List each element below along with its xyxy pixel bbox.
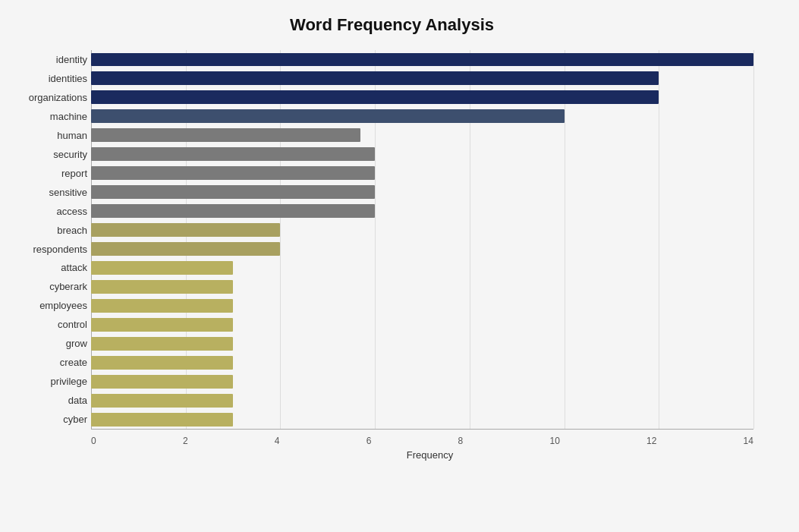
bar-row: control	[91, 315, 753, 334]
x-axis: 02468101214	[91, 430, 753, 446]
bar	[91, 53, 753, 67]
bar-label: organizations	[11, 92, 87, 103]
bar-label: identities	[11, 73, 87, 84]
bar-row: security	[91, 145, 753, 164]
bar-label: control	[11, 319, 87, 330]
chart-area: identityidentitiesorganizationsmachinehu…	[15, 50, 769, 461]
bar	[91, 413, 233, 427]
bar-row: sensitive	[91, 183, 753, 202]
bar	[91, 394, 233, 408]
bar-row: privilege	[91, 372, 753, 391]
bar-row: cyber	[91, 410, 753, 429]
bar	[91, 356, 233, 370]
grid-line	[753, 50, 754, 429]
bar-label: sensitive	[11, 187, 87, 198]
x-tick: 2	[183, 436, 188, 446]
bar-label: attack	[11, 262, 87, 273]
bar-label: identity	[11, 54, 87, 65]
chart-title: Word Frequency Analysis	[15, 15, 769, 35]
bar-row: attack	[91, 258, 753, 277]
bar-row: machine	[91, 107, 753, 126]
bar	[91, 90, 659, 104]
bar-row: cyberark	[91, 277, 753, 296]
bar	[91, 71, 659, 85]
bar-row: organizations	[91, 88, 753, 107]
bar-row: data	[91, 391, 753, 410]
bar-row: identities	[91, 69, 753, 88]
x-tick: 8	[458, 436, 464, 446]
bar-row: human	[91, 126, 753, 145]
bar	[91, 375, 233, 389]
bar	[91, 223, 280, 237]
bar-row: identity	[91, 50, 753, 69]
bar-label: data	[11, 395, 87, 406]
x-tick: 12	[646, 436, 656, 446]
bar	[91, 318, 233, 332]
bar-label: report	[11, 168, 87, 179]
x-tick: 0	[91, 436, 96, 446]
bar-label: respondents	[11, 244, 87, 255]
bar	[91, 128, 360, 142]
bar-label: human	[11, 130, 87, 141]
bar-label: access	[11, 206, 87, 217]
bar	[91, 261, 233, 275]
bar-row: breach	[91, 221, 753, 240]
bar	[91, 185, 375, 199]
x-axis-label: Frequency	[91, 449, 769, 461]
bar	[91, 147, 375, 161]
bar	[91, 299, 233, 313]
x-tick: 10	[549, 436, 559, 446]
bar-label: employees	[11, 300, 87, 311]
bar-label: create	[11, 357, 87, 368]
bar-row: respondents	[91, 240, 753, 259]
bar	[91, 242, 280, 256]
bar-row: employees	[91, 296, 753, 315]
x-tick: 14	[744, 436, 753, 446]
bar-row: access	[91, 202, 753, 221]
x-tick: 6	[366, 436, 372, 446]
bar	[91, 280, 233, 294]
bar-row: grow	[91, 334, 753, 353]
bar	[91, 204, 375, 218]
bar-label: machine	[11, 111, 87, 122]
bar-label: grow	[11, 338, 87, 349]
bar-label: breach	[11, 225, 87, 236]
bar-label: cyber	[11, 414, 87, 425]
x-tick: 4	[275, 436, 280, 446]
bar	[91, 166, 375, 180]
bar-label: cyberark	[11, 281, 87, 292]
bar-row: report	[91, 164, 753, 183]
bar-label: privilege	[11, 376, 87, 387]
bar	[91, 109, 565, 123]
bar-label: security	[11, 149, 87, 160]
bar-row: create	[91, 353, 753, 372]
bar	[91, 337, 233, 351]
chart-container: Word Frequency Analysis identityidentiti…	[0, 0, 799, 532]
